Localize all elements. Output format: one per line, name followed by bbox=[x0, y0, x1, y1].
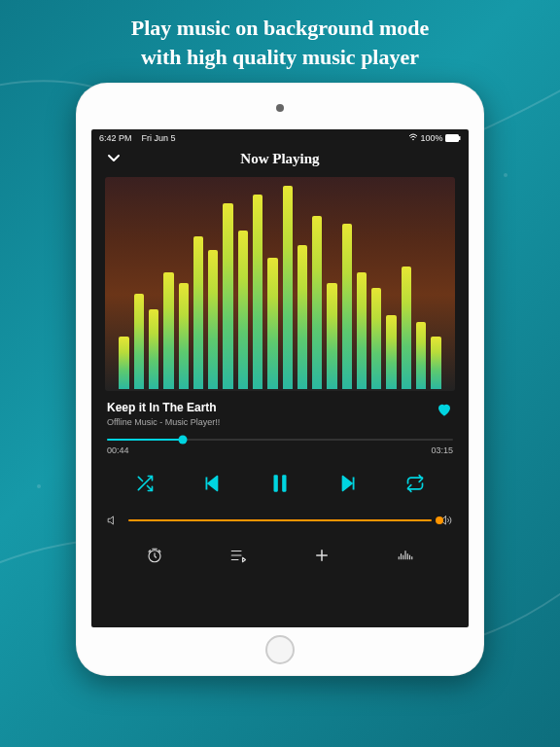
time-elapsed: 00:44 bbox=[107, 445, 129, 455]
queue-button[interactable] bbox=[229, 547, 247, 564]
repeat-button[interactable] bbox=[405, 474, 425, 493]
tablet-frame: 6:42 PM Fri Jun 5 100% Now Playing bbox=[76, 83, 484, 676]
sleep-timer-button[interactable] bbox=[146, 547, 163, 564]
bottom-toolbar bbox=[91, 533, 469, 572]
equalizer-button[interactable] bbox=[397, 547, 414, 564]
previous-button[interactable] bbox=[200, 473, 222, 494]
track-info: Keep it In The Earth Offline Music - Mus… bbox=[107, 401, 220, 427]
track-artist: Offline Music - Music Player!! bbox=[107, 417, 220, 427]
tablet-camera bbox=[276, 104, 284, 112]
shuffle-button[interactable] bbox=[135, 474, 155, 493]
track-title: Keep it In The Earth bbox=[107, 401, 220, 414]
progress-bar[interactable] bbox=[107, 439, 453, 441]
playback-controls bbox=[91, 457, 469, 504]
volume-slider[interactable] bbox=[128, 519, 432, 521]
app-screen: 6:42 PM Fri Jun 5 100% Now Playing bbox=[91, 129, 469, 627]
status-bar: 6:42 PM Fri Jun 5 100% bbox=[91, 129, 469, 147]
status-date: Fri Jun 5 bbox=[142, 133, 176, 143]
svg-rect-3 bbox=[445, 134, 459, 142]
svg-rect-5 bbox=[273, 476, 277, 492]
volume-low-icon bbox=[107, 514, 121, 527]
svg-point-0 bbox=[37, 484, 41, 488]
battery-icon bbox=[445, 133, 461, 143]
volume-section bbox=[91, 504, 469, 533]
nav-title: Now Playing bbox=[240, 151, 319, 167]
equalizer-bars bbox=[119, 177, 440, 391]
wifi-icon bbox=[408, 133, 421, 143]
svg-rect-6 bbox=[282, 476, 286, 492]
progress-section: 00:44 03:15 bbox=[91, 431, 469, 457]
add-button[interactable] bbox=[313, 547, 331, 564]
favorite-button[interactable] bbox=[436, 401, 453, 418]
next-button[interactable] bbox=[338, 473, 360, 494]
status-time: 6:42 PM bbox=[99, 133, 132, 143]
collapse-button[interactable] bbox=[105, 149, 122, 166]
svg-point-2 bbox=[412, 139, 414, 141]
time-duration: 03:15 bbox=[431, 445, 453, 455]
svg-rect-4 bbox=[459, 136, 461, 140]
svg-point-1 bbox=[504, 173, 508, 177]
pause-button[interactable] bbox=[267, 471, 293, 496]
album-artwork bbox=[105, 177, 455, 391]
status-battery: 100% bbox=[420, 133, 442, 143]
nav-bar: Now Playing bbox=[91, 147, 469, 175]
tablet-home-button bbox=[265, 635, 295, 664]
